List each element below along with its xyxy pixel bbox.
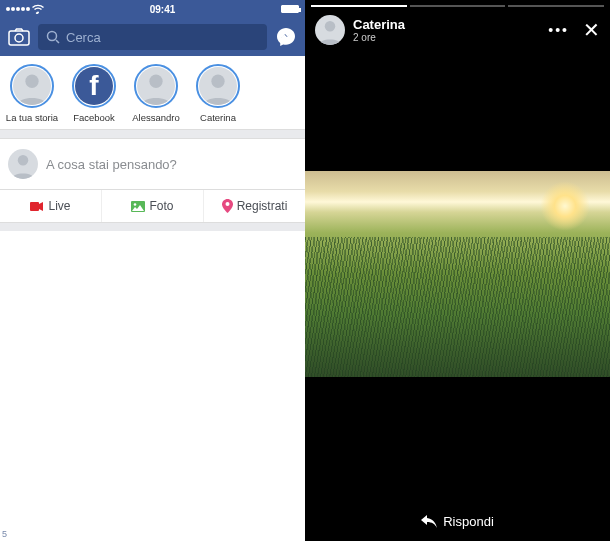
video-icon [30, 201, 44, 212]
svg-point-5 [25, 75, 38, 88]
story-alessandro[interactable]: Alessandro [128, 64, 184, 123]
signal-icon [6, 7, 30, 11]
registrati-button[interactable]: Registrati [204, 190, 305, 222]
status-time: 09:41 [150, 4, 176, 15]
svg-point-12 [225, 202, 229, 206]
stories-row: La tua storia f Facebook Alessandro Cate… [0, 56, 305, 130]
story-image[interactable] [305, 171, 610, 377]
story-label: Alessandro [132, 112, 180, 123]
top-bar: Cerca [0, 18, 305, 56]
composer-placeholder: A cosa stai pensando? [46, 157, 177, 172]
search-icon [46, 30, 60, 44]
status-bar: 09:41 [0, 0, 305, 18]
photo-icon [131, 201, 145, 212]
story-viewer: Caterina 2 ore ••• ✕ Rispondi [305, 0, 610, 541]
svg-rect-9 [30, 202, 39, 211]
feed [0, 231, 305, 541]
story-time: 2 ore [353, 32, 540, 43]
composer[interactable]: A cosa stai pensando? [0, 138, 305, 190]
story-author[interactable]: Caterina [353, 17, 540, 32]
svg-rect-1 [9, 31, 29, 45]
messenger-icon[interactable] [275, 26, 297, 48]
svg-point-8 [18, 155, 29, 166]
svg-point-3 [48, 32, 57, 41]
avatar [8, 149, 38, 179]
facebook-icon: f [75, 67, 113, 105]
story-label: Facebook [73, 112, 115, 123]
story-facebook[interactable]: f Facebook [66, 64, 122, 123]
pin-icon [222, 199, 233, 213]
svg-point-7 [211, 75, 224, 88]
svg-line-4 [56, 40, 59, 43]
foto-button[interactable]: Foto [102, 190, 204, 222]
wifi-icon [32, 4, 44, 14]
svg-point-13 [325, 21, 336, 32]
reply-button[interactable]: Rispondi [305, 514, 610, 529]
corner-number: 5 [2, 529, 7, 539]
composer-actions: Live Foto Registrati [0, 190, 305, 223]
story-your-story[interactable]: La tua storia [4, 64, 60, 123]
camera-icon[interactable] [8, 28, 30, 46]
svg-point-6 [149, 75, 162, 88]
story-label: La tua storia [6, 112, 58, 123]
story-progress [305, 0, 610, 7]
battery-icon [281, 5, 299, 13]
story-label: Caterina [200, 112, 236, 123]
avatar[interactable] [315, 15, 345, 45]
search-input[interactable]: Cerca [38, 24, 267, 50]
svg-point-0 [37, 12, 39, 14]
close-icon[interactable]: ✕ [583, 18, 600, 42]
search-placeholder: Cerca [66, 30, 101, 45]
reply-icon [421, 515, 437, 528]
more-icon[interactable]: ••• [548, 22, 569, 38]
live-button[interactable]: Live [0, 190, 102, 222]
svg-point-2 [15, 34, 23, 42]
svg-point-11 [134, 203, 137, 206]
story-caterina[interactable]: Caterina [190, 64, 246, 123]
